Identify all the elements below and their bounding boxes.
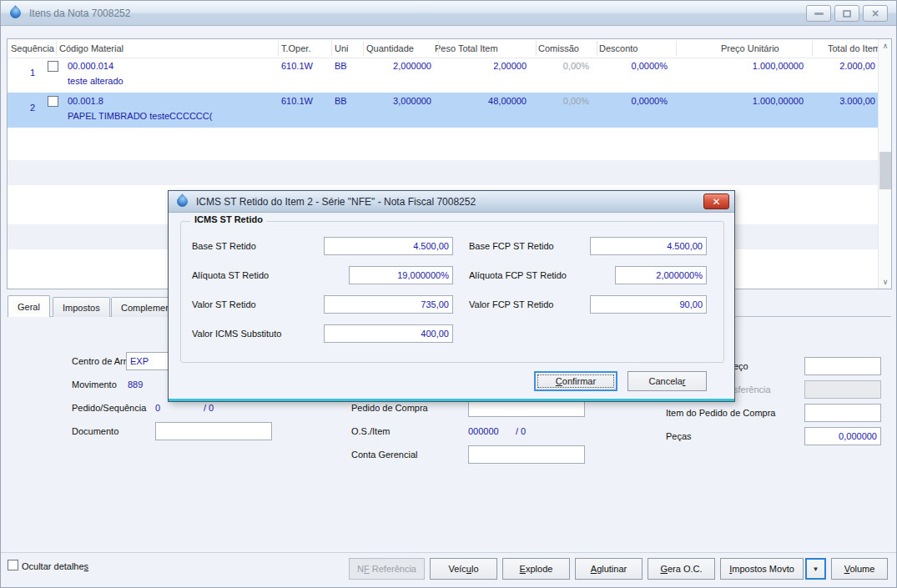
aliquota-fcp-input[interactable]: 2,000000% xyxy=(615,266,707,284)
groupbox-title: ICMS ST Retido xyxy=(190,214,267,224)
material-description: PAPEL TIMBRADO testeCCCCCC( xyxy=(68,111,212,121)
volume-button[interactable]: Volume xyxy=(831,558,888,580)
valor-icms-substituto-input[interactable]: 400,00 xyxy=(324,324,453,343)
confirmar-button[interactable]: Confirmar xyxy=(534,371,617,391)
col-header-comissao[interactable]: Comissão xyxy=(538,43,579,53)
row-checkbox[interactable] xyxy=(48,96,58,107)
scrollbar-thumb[interactable] xyxy=(879,152,891,189)
discount: 0,0000% xyxy=(584,96,668,106)
col-header-desconto[interactable]: Desconto xyxy=(599,43,637,53)
material-description: teste alterado xyxy=(68,76,123,86)
empty-row-band xyxy=(8,160,878,185)
dialog-titlebar[interactable]: ICMS ST Retido do Item 2 - Série "NFE" -… xyxy=(169,191,734,213)
row-checkbox[interactable] xyxy=(48,61,58,72)
label-valor-fcp: Valor FCP ST Retido xyxy=(469,295,554,314)
ocultar-detalhes-label[interactable]: Ocultar detalhes xyxy=(22,557,88,575)
label-base-st: Base ST Retido xyxy=(192,237,256,255)
col-header-peso[interactable]: Peso Total Item xyxy=(435,43,498,53)
label-valor-st: Valor ST Retido xyxy=(192,295,256,314)
operation-type: 610.1W xyxy=(281,61,313,71)
label-movimento: Movimento xyxy=(72,375,117,394)
commission: 0,00% xyxy=(514,61,589,71)
conta-gerencial-input[interactable] xyxy=(468,445,585,464)
unit-price: 1.000,00000 xyxy=(695,61,804,71)
unit: BB xyxy=(335,96,347,106)
nf-referencia-button: NF Referência xyxy=(349,558,425,580)
col-header-sequencia[interactable]: Sequência xyxy=(11,43,54,53)
label-valor-icms-substituto: Valor ICMS Substituto xyxy=(192,324,281,343)
material-code: 00.000.014 xyxy=(68,61,113,71)
base-fcp-input[interactable]: 4.500,00 xyxy=(590,237,707,255)
close-icon: × xyxy=(872,8,879,19)
valor-fcp-input[interactable]: 90,00 xyxy=(590,295,707,314)
minimize-button[interactable] xyxy=(806,5,831,22)
item-pedido-compra-input[interactable] xyxy=(804,404,881,422)
dialog-bottom-accent xyxy=(169,399,734,401)
veiculo-button[interactable]: Veículo xyxy=(430,558,497,580)
col-header-total[interactable]: Total do Item xyxy=(828,43,880,53)
scroll-up-icon[interactable]: ∧ xyxy=(879,39,892,53)
item-total: 2.000,00 xyxy=(792,61,875,71)
col-header-toper[interactable]: T.Oper. xyxy=(281,43,310,53)
quantity: 2,000000 xyxy=(348,61,431,71)
gera-oc-button[interactable]: Gera O.C. xyxy=(648,558,715,580)
commission: 0,00% xyxy=(514,96,589,106)
aliquota-st-input[interactable]: 19,000000% xyxy=(349,266,453,284)
label-conta-gerencial: Conta Gerencial xyxy=(351,445,418,464)
aglutinar-button[interactable]: Aglutinar xyxy=(575,558,643,580)
pecas-input[interactable]: 0,000000 xyxy=(804,427,881,445)
total-weight: 2,00000 xyxy=(435,61,527,71)
chevron-down-icon: ▼ xyxy=(813,565,819,573)
col-header-codigo[interactable]: Código Material xyxy=(59,43,123,53)
unit-price: 1.000,00000 xyxy=(695,96,804,106)
table-scrollbar[interactable]: ∧ ∨ xyxy=(878,39,891,289)
operation-type: 610.1W xyxy=(281,96,313,106)
label-documento: Documento xyxy=(72,422,118,440)
valor-st-input[interactable]: 735,00 xyxy=(324,295,453,314)
label-transferencia-partial: sferência xyxy=(733,380,771,399)
quantity: 3,000000 xyxy=(348,96,431,106)
label-base-fcp: Base FCP ST Retido xyxy=(469,237,554,255)
transferencia-input-disabled xyxy=(804,380,881,399)
maximize-icon xyxy=(843,10,851,18)
label-pedido-sequencia: Pedido/Sequência xyxy=(72,399,146,417)
col-header-uni[interactable]: Uni xyxy=(335,43,349,53)
tab-geral[interactable]: Geral xyxy=(8,295,50,317)
material-code: 00.001.8 xyxy=(68,96,103,106)
unit: BB xyxy=(335,61,347,71)
ocultar-detalhes-checkbox[interactable] xyxy=(8,560,18,570)
documento-input[interactable] xyxy=(155,422,272,440)
dialog-close-button[interactable]: ✕ xyxy=(703,193,729,209)
explode-button[interactable]: Explode xyxy=(502,558,570,580)
close-icon: ✕ xyxy=(712,196,720,208)
items-window: Itens da Nota 7008252 × Sequência Código… xyxy=(0,0,897,588)
app-droplet-icon xyxy=(8,5,23,20)
maximize-button[interactable] xyxy=(834,5,859,22)
total-weight: 48,00000 xyxy=(435,96,527,106)
pedido-value: 0 xyxy=(155,399,160,417)
tab-impostos[interactable]: Impostos xyxy=(53,297,110,317)
base-st-input[interactable]: 4.500,00 xyxy=(324,237,453,255)
label-os-item: O.S./Item xyxy=(351,422,390,440)
movimento-value: 889 xyxy=(128,375,143,394)
titlebar[interactable]: Itens da Nota 7008252 × xyxy=(1,1,896,26)
close-button[interactable]: × xyxy=(863,5,888,22)
tabela-preco-input[interactable] xyxy=(804,357,881,375)
label-pecas: Peças xyxy=(666,427,692,445)
label-aliquota-fcp: Alíquota FCP ST Retido xyxy=(469,266,567,284)
minimize-icon xyxy=(814,13,824,15)
item-total: 3.000,00 xyxy=(792,96,875,106)
table-row-selected[interactable]: 2 00.001.8 PAPEL TIMBRADO testeCCCCCC( 6… xyxy=(8,93,878,128)
dialog-title: ICMS ST Retido do Item 2 - Série "NFE" -… xyxy=(196,196,476,208)
scroll-down-icon[interactable]: ∨ xyxy=(879,275,892,289)
icms-st-retido-dialog: ICMS ST Retido do Item 2 - Série "NFE" -… xyxy=(168,190,735,402)
col-header-preco[interactable]: Preço Unitário xyxy=(721,43,779,53)
impostos-movto-dropdown-button[interactable]: ▼ xyxy=(805,558,826,580)
cancelar-button[interactable]: Cancelar xyxy=(627,371,707,391)
col-header-quantidade[interactable]: Quantidade xyxy=(366,43,414,53)
discount: 0,0000% xyxy=(584,61,668,71)
table-row[interactable]: 1 00.000.014 teste alterado 610.1W BB 2,… xyxy=(8,58,878,93)
impostos-movto-button[interactable]: Impostos Movto xyxy=(720,558,804,580)
window-title: Itens da Nota 7008252 xyxy=(29,8,130,19)
os-item-value: / 0 xyxy=(516,422,526,440)
